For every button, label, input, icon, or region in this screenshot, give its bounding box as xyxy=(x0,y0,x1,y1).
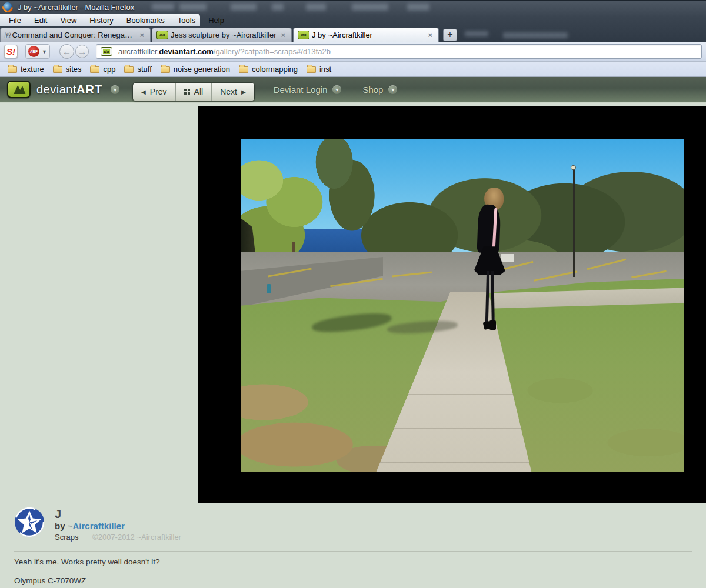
folder-icon xyxy=(239,66,248,73)
next-button[interactable]: Next▶ xyxy=(212,83,254,101)
bookmark-label: stuff xyxy=(137,65,151,74)
person-leg xyxy=(485,271,490,322)
menu-bar: File Edit View History Bookmarks Tools H… xyxy=(0,14,200,26)
history-buttons: ← → xyxy=(59,44,89,59)
bookmarks-toolbar: texture sites cpp stuff noise generation… xyxy=(0,62,706,77)
all-label: All xyxy=(194,87,204,96)
login-label: Deviant Login xyxy=(274,85,328,95)
logo-chevron-icon[interactable] xyxy=(111,85,119,94)
deviation-byline: by ~Aircraftkiller xyxy=(55,521,181,531)
photo-lamp-post xyxy=(573,169,575,277)
deviation-meta: J by ~Aircraftkiller Scraps ©2007-2012 ~… xyxy=(14,507,181,542)
folder-icon xyxy=(8,66,17,73)
forward-button[interactable]: → xyxy=(75,45,89,58)
description-text: Yeah it's me. Works pretty well doesn't … xyxy=(14,557,692,567)
chevron-down-icon[interactable]: ▼ xyxy=(42,49,47,55)
background-window-ghost xyxy=(503,32,568,38)
shop-label: Shop xyxy=(362,85,383,95)
deviant-login-menu[interactable]: Deviant Login xyxy=(274,85,342,95)
next-label: Next xyxy=(220,87,237,96)
window-title: J by ~Aircraftkiller - Mozilla Firefox xyxy=(18,3,134,12)
menu-tools[interactable]: Tools xyxy=(171,15,202,26)
person-jacket xyxy=(477,204,501,253)
person-leg xyxy=(491,271,495,320)
folder-icon xyxy=(90,66,99,73)
bookmark-label: texture xyxy=(21,65,44,74)
background-window-ghost xyxy=(179,4,207,11)
author-link[interactable]: Aircraftkiller xyxy=(72,521,124,531)
tab-renegade[interactable]: R Command and Conquer: Renegade ... × xyxy=(0,28,151,42)
back-button[interactable]: ← xyxy=(59,44,74,59)
url-text: aircraftkiller.deviantart.com/gallery/?c… xyxy=(118,47,331,56)
deviation-details: Olympus C-7070WZ Photoshop 7 xyxy=(14,576,692,588)
bookmark-folder-sites[interactable]: sites xyxy=(50,64,88,75)
bookmark-label: inst xyxy=(319,65,331,74)
menu-view[interactable]: View xyxy=(54,15,83,26)
url-domain: deviantart.com xyxy=(159,47,213,56)
adblock-icon: ABP xyxy=(28,46,39,57)
background-window-ghost xyxy=(465,31,488,36)
bookmark-label: colormapping xyxy=(252,65,298,74)
bookmark-label: sites xyxy=(66,65,82,74)
deviantart-wordmark[interactable]: deviantART xyxy=(36,83,102,96)
deviantart-header: deviantART ◀Prev All Next▶ Deviant Login… xyxy=(0,77,706,103)
deviantart-logo-icon[interactable] xyxy=(7,81,31,98)
bookmark-folder-noise-generation[interactable]: noise generation xyxy=(158,64,236,75)
tab-title: J by ~Aircraftkiller xyxy=(312,31,424,39)
right-arrow-icon: ▶ xyxy=(241,89,246,95)
detail-camera: Olympus C-7070WZ xyxy=(14,576,692,586)
wordmark-art: ART xyxy=(76,83,102,96)
site-favicon: da xyxy=(101,47,112,56)
background-window-ghost xyxy=(352,4,388,11)
bookmark-folder-inst[interactable]: inst xyxy=(304,64,337,75)
deviantart-icon: da xyxy=(298,31,309,39)
new-tab-button[interactable]: + xyxy=(443,29,457,41)
gallery-pager: ◀Prev All Next▶ xyxy=(132,82,255,101)
left-arrow-icon: ◀ xyxy=(141,89,146,95)
firefox-icon xyxy=(3,2,12,12)
menu-bookmarks[interactable]: Bookmarks xyxy=(120,15,171,26)
folder-icon xyxy=(161,66,170,73)
renegade-r-icon: R xyxy=(5,31,9,39)
stumbleupon-icon[interactable]: S! xyxy=(4,45,18,58)
tab-j-active[interactable]: da J by ~Aircraftkiller × xyxy=(293,28,439,42)
photo-person xyxy=(465,188,509,338)
gallery-link[interactable]: Scraps xyxy=(55,533,78,542)
menu-edit[interactable]: Edit xyxy=(28,15,54,26)
bookmark-label: cpp xyxy=(103,65,115,74)
url-subdomain: aircraftkiller. xyxy=(118,47,159,56)
menu-help[interactable]: Help xyxy=(202,15,231,26)
deviation-subline: Scraps ©2007-2012 ~Aircraftkiller xyxy=(55,533,181,542)
shop-chevron-icon xyxy=(388,85,397,94)
tab-strip: R Command and Conquer: Renegade ... × da… xyxy=(0,26,706,42)
bookmark-folder-texture[interactable]: texture xyxy=(5,64,50,75)
menu-file[interactable]: File xyxy=(2,15,28,26)
person-heel xyxy=(489,320,496,329)
tab-jess-sculpture[interactable]: da Jess sculpture by ~Aircraftkiller × xyxy=(152,28,292,42)
tab-close-icon[interactable]: × xyxy=(426,31,434,39)
deviation-photo[interactable] xyxy=(241,139,684,472)
adblock-plus-button[interactable]: ABP ▼ xyxy=(25,44,50,59)
browser-chrome: J by ~Aircraftkiller - Mozilla Firefox F… xyxy=(0,0,706,42)
bookmark-label: noise generation xyxy=(174,65,230,74)
bookmark-folder-stuff[interactable]: stuff xyxy=(121,64,157,75)
background-window-ghost xyxy=(152,4,174,10)
menu-history[interactable]: History xyxy=(83,15,119,26)
prev-button[interactable]: ◀Prev xyxy=(133,83,176,101)
deviantart-fella-glyph xyxy=(11,83,27,96)
page-content: J by ~Aircraftkiller Scraps ©2007-2012 ~… xyxy=(0,103,706,587)
url-bar[interactable]: da aircraftkiller.deviantart.com/gallery… xyxy=(96,44,702,59)
tab-close-icon[interactable]: × xyxy=(138,31,146,39)
background-window-ghost xyxy=(407,4,429,11)
tab-close-icon[interactable]: × xyxy=(279,31,287,39)
folder-icon xyxy=(53,66,62,73)
photo-lamp-head xyxy=(571,165,576,170)
folder-icon xyxy=(124,66,134,73)
all-button[interactable]: All xyxy=(176,83,212,101)
deviation-viewer xyxy=(198,106,706,503)
shop-menu[interactable]: Shop xyxy=(362,85,397,95)
bookmark-folder-cpp[interactable]: cpp xyxy=(87,64,121,75)
bookmark-folder-colormapping[interactable]: colormapping xyxy=(236,64,304,75)
deviation-description: Yeah it's me. Works pretty well doesn't … xyxy=(14,551,692,588)
avatar[interactable] xyxy=(14,507,45,537)
